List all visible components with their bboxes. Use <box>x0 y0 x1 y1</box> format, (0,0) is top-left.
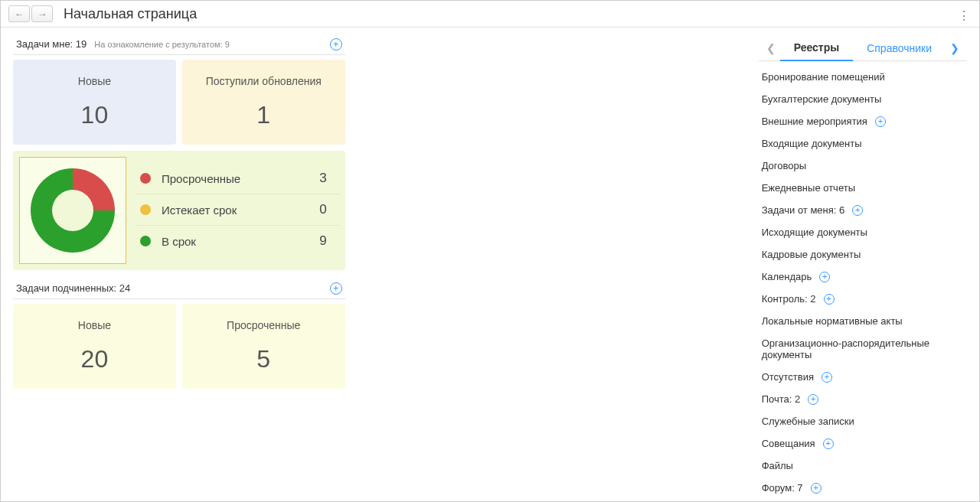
dot-icon <box>140 236 151 246</box>
add-icon[interactable] <box>824 294 835 305</box>
registry-label: Файлы <box>762 460 793 471</box>
registry-label: Задачи от меня: 6 <box>762 204 845 216</box>
registry-item[interactable]: Задачи от меня: 6 <box>759 199 967 221</box>
registry-label: Внешние мероприятия <box>762 116 867 127</box>
dot-icon <box>140 204 151 215</box>
registry-item[interactable]: Совещания <box>759 432 967 455</box>
registry-label: Календарь <box>762 271 812 282</box>
nav-back-button[interactable]: ← <box>8 5 30 22</box>
legend-value: 9 <box>319 233 334 249</box>
registry-item[interactable]: Исходящие документы <box>759 221 967 243</box>
registry-label: Организационно-распорядительные документ… <box>762 337 964 360</box>
card-sub-new[interactable]: Новые 20 <box>13 304 176 389</box>
legend-label: Просроченные <box>162 172 319 185</box>
tabs-prev-icon[interactable]: ❮ <box>762 37 780 59</box>
add-icon[interactable] <box>852 205 863 216</box>
page-title: Начальная страница <box>64 6 197 22</box>
add-icon[interactable] <box>875 116 886 127</box>
card-value: 5 <box>190 345 338 373</box>
registry-item[interactable]: Входящие документы <box>759 132 967 155</box>
registry-item[interactable]: Служебные записки <box>759 410 967 432</box>
registry-label: Кадровые документы <box>762 249 861 260</box>
registry-label: Форум: 7 <box>762 482 803 494</box>
registry-label: Почта: 2 <box>762 393 801 405</box>
card-value: 20 <box>21 345 168 373</box>
dot-icon <box>140 173 151 184</box>
registry-item[interactable]: Бухгалтерские документы <box>759 88 967 110</box>
tasks-me-header: Задачи мне: 19 На ознакомление с результ… <box>13 35 345 55</box>
registry-label: Ежедневные отчеты <box>762 182 855 194</box>
card-updated-tasks[interactable]: Поступили обновления 1 <box>182 60 345 145</box>
registry-item[interactable]: Почта: 2 <box>759 388 967 410</box>
registry-label: Исходящие документы <box>762 227 867 238</box>
card-sub-overdue[interactable]: Просроченные 5 <box>182 304 345 389</box>
registry-label: Локальные нормативные акты <box>762 315 903 327</box>
registry-item[interactable]: Файлы <box>759 455 967 477</box>
registry-item[interactable]: Внешние мероприятия <box>759 110 967 132</box>
donut-chart <box>31 168 115 253</box>
tabs-next-icon[interactable]: ❯ <box>946 37 964 59</box>
card-new-tasks[interactable]: Новые 10 <box>13 60 176 145</box>
registry-item[interactable]: Локальные нормативные акты <box>759 310 967 332</box>
card-label: Просроченные <box>190 319 338 331</box>
registry-item[interactable]: Договоры <box>759 155 967 177</box>
add-icon[interactable] <box>811 483 822 494</box>
registry-label: Договоры <box>762 160 806 171</box>
donut-panel: Просроченные 3 Истекает срок 0 В срок 9 <box>13 151 345 270</box>
legend-label: Истекает срок <box>162 204 319 217</box>
card-value: 1 <box>190 101 338 129</box>
registry-item[interactable]: Форум: 7 <box>759 477 967 499</box>
registry-label: Совещания <box>762 438 815 449</box>
tab-directories[interactable]: Справочники <box>853 36 946 60</box>
add-icon[interactable] <box>823 438 834 449</box>
registry-label: Отсутствия <box>762 371 814 383</box>
legend-value: 0 <box>319 202 334 217</box>
registry-item[interactable]: Контроль: 2 <box>759 288 967 310</box>
nav-forward-button[interactable]: → <box>31 5 53 22</box>
registry-label: Служебные записки <box>762 416 854 427</box>
registry-label: Контроль: 2 <box>762 293 816 305</box>
registry-item[interactable]: Ежедневные отчеты <box>759 177 967 199</box>
tasks-sub-header: Задачи подчиненных: 24 <box>13 279 345 299</box>
legend-value: 3 <box>319 171 334 186</box>
card-value: 10 <box>21 101 168 129</box>
card-label: Новые <box>21 319 168 331</box>
kebab-menu-icon[interactable]: ⋮ <box>958 8 970 23</box>
add-task-sub-icon[interactable] <box>330 282 342 295</box>
add-icon[interactable] <box>819 272 830 282</box>
tasks-sub-title: Задачи подчиненных: 24 <box>16 282 130 294</box>
tasks-me-subtitle: На ознакомление с результатом: 9 <box>94 40 230 49</box>
card-label: Новые <box>21 75 168 87</box>
registry-item[interactable]: Календарь <box>759 266 967 288</box>
add-task-me-icon[interactable] <box>330 38 342 51</box>
registry-item[interactable]: Бронирование помещений <box>759 66 967 88</box>
tab-registries[interactable]: Реестры <box>780 35 854 61</box>
registry-item[interactable]: Кадровые документы <box>759 243 967 266</box>
registry-item[interactable]: Отсутствия <box>759 366 967 388</box>
tasks-me-title: Задачи мне: 19 <box>16 38 87 50</box>
add-icon[interactable] <box>808 394 818 405</box>
registry-label: Входящие документы <box>762 138 862 149</box>
add-icon[interactable] <box>822 372 832 383</box>
legend-label: В срок <box>162 235 319 248</box>
registry-label: Бухгалтерские документы <box>762 93 882 105</box>
donut-chart-box <box>19 157 126 264</box>
registry-item[interactable]: Организационно-распорядительные документ… <box>759 332 967 366</box>
registry-list: Бронирование помещений Бухгалтерские док… <box>759 61 967 502</box>
legend-row-expiring[interactable]: Истекает срок 0 <box>136 194 339 226</box>
card-label: Поступили обновления <box>190 75 338 87</box>
legend-row-overdue[interactable]: Просроченные 3 <box>136 163 339 194</box>
legend-row-ontime[interactable]: В срок 9 <box>136 226 339 256</box>
registry-label: Бронирование помещений <box>762 71 885 83</box>
